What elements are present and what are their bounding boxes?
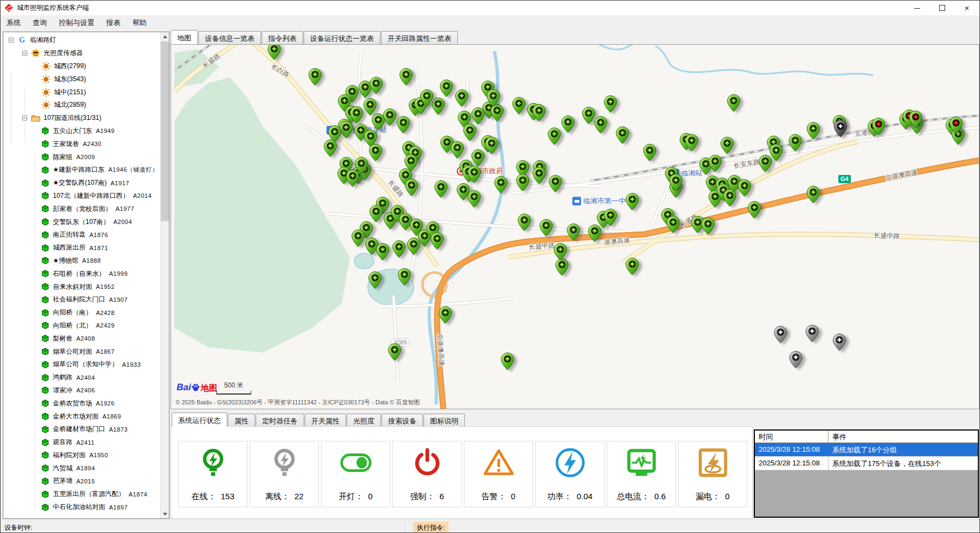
- map-marker-red[interactable]: [909, 111, 922, 128]
- map-canvas[interactable]: 长白路长盛路长盛路长盛中路港澳高速长盛中路长安东路京港线京港澳高速京港澳高速长盛…: [171, 44, 979, 409]
- map-tab-0[interactable]: 地图: [171, 30, 198, 44]
- map-marker-green[interactable]: [540, 219, 553, 237]
- bottom-tab-1[interactable]: 属性: [228, 414, 255, 427]
- map-marker-green[interactable]: [369, 144, 382, 161]
- tree-item-device-29[interactable]: 中石化加油站对面A1897: [3, 501, 160, 514]
- map-marker-green[interactable]: [439, 306, 452, 324]
- map-marker-green[interactable]: [667, 216, 680, 233]
- tree-item-device-11[interactable]: 石咀桥（自来水）A1999: [3, 267, 160, 280]
- bottom-tab-3[interactable]: 开关属性: [305, 414, 346, 427]
- menu-item-3[interactable]: 报表: [100, 16, 126, 30]
- map-marker-green[interactable]: [434, 180, 447, 198]
- tree-item-device-12[interactable]: 自来水斜对面A1952: [3, 280, 160, 293]
- tree-item-device-21[interactable]: 金桥农贸市场A1926: [3, 397, 160, 410]
- map-marker-green[interactable]: [643, 144, 656, 161]
- map-marker-green[interactable]: [451, 141, 464, 159]
- map-marker-green[interactable]: [555, 258, 568, 276]
- map-tab-4[interactable]: 开关回路属性一览表: [381, 31, 458, 44]
- map-marker-green[interactable]: [432, 98, 445, 115]
- minimize-button[interactable]: [904, 1, 929, 15]
- map-marker-green[interactable]: [594, 116, 607, 134]
- tree-item-device-14[interactable]: 向阳桥（南）A2428: [3, 306, 160, 319]
- tree-item-device-6[interactable]: 彭家巷（党校后面）A1977: [3, 202, 160, 215]
- map-marker-green[interactable]: [807, 122, 820, 140]
- map-marker-green[interactable]: [770, 144, 783, 161]
- map-marker-green[interactable]: [516, 174, 529, 191]
- map-marker-gray[interactable]: [806, 325, 819, 342]
- tree-item-device-7[interactable]: 交警队东（107南）A2004: [3, 215, 160, 228]
- tree-expander-icon[interactable]: −: [22, 51, 27, 56]
- tree-item-device-28[interactable]: 五里派出所（富源汽配）A1874: [3, 488, 160, 501]
- map-marker-green[interactable]: [455, 89, 468, 107]
- tree-item-device-25[interactable]: 福利院对面A1950: [3, 449, 160, 462]
- map-marker-green[interactable]: [554, 243, 567, 261]
- tree-item-device-23[interactable]: 金桥建材市场门口A1873: [3, 423, 160, 436]
- tree-scrollbar[interactable]: [160, 32, 169, 518]
- map-marker-green[interactable]: [626, 258, 639, 275]
- tree-item-device-9[interactable]: 城西派出所A1871: [3, 241, 160, 255]
- map-marker-green[interactable]: [487, 89, 500, 107]
- scroll-down-icon[interactable]: [161, 510, 169, 518]
- tree-item-road-group[interactable]: −107国道沿线(31/31): [3, 112, 160, 125]
- tree-item-sensor-1[interactable]: 城东(3543): [3, 72, 160, 86]
- bottom-tab-6[interactable]: 图标说明: [424, 414, 465, 427]
- tree-item-device-0[interactable]: 五尖山大门东A1949: [3, 125, 160, 138]
- map-marker-green[interactable]: [420, 89, 433, 107]
- tree-expander-icon[interactable]: −: [9, 38, 14, 43]
- tree-item-device-17[interactable]: 烟草公司对面A1867: [3, 345, 160, 358]
- map-marker-green[interactable]: [392, 240, 406, 258]
- tree-item-sensor-0[interactable]: 城西(2799): [3, 60, 160, 73]
- map-marker-green[interactable]: [721, 137, 734, 154]
- map-marker-green[interactable]: [308, 68, 322, 86]
- map-marker-green[interactable]: [727, 94, 740, 112]
- tree-item-device-4[interactable]: ★交警队西(107南)A1917: [3, 177, 160, 190]
- map-marker-green[interactable]: [407, 238, 420, 255]
- tree-item-sensor-3[interactable]: 城北(2859): [3, 99, 160, 112]
- map-marker-green[interactable]: [370, 77, 383, 94]
- tree-item-device-2[interactable]: 陈家组A2009: [3, 150, 160, 163]
- scrollbar-thumb[interactable]: [161, 41, 169, 221]
- map-marker-green[interactable]: [368, 271, 382, 289]
- map-marker-green[interactable]: [626, 193, 639, 210]
- map-marker-gray[interactable]: [789, 351, 802, 368]
- bottom-tab-2[interactable]: 定时器任务: [256, 414, 304, 427]
- map-marker-green[interactable]: [582, 107, 595, 124]
- map-marker-green[interactable]: [807, 186, 820, 203]
- event-row-1[interactable]: 2025/3/28 12:15:08系统加载了175个设备，在线153个: [755, 457, 978, 470]
- tree-item-device-10[interactable]: ★博物馆A1888: [3, 255, 160, 268]
- map-marker-green[interactable]: [685, 134, 698, 152]
- map-marker-green[interactable]: [533, 167, 546, 184]
- tree-item-device-19[interactable]: 鸿鹤路A2404: [3, 371, 160, 384]
- map-marker-green[interactable]: [268, 44, 281, 60]
- map-marker-green[interactable]: [616, 126, 629, 144]
- map-marker-green[interactable]: [340, 121, 353, 138]
- map-marker-green[interactable]: [471, 107, 485, 125]
- map-marker-red[interactable]: [949, 117, 963, 134]
- map-marker-green[interactable]: [604, 95, 617, 113]
- map-marker-green[interactable]: [376, 243, 389, 261]
- tree-item-device-20[interactable]: 谭家冲A2406: [3, 384, 160, 397]
- map-tab-1[interactable]: 设备信息一览表: [198, 31, 261, 44]
- map-marker-gray[interactable]: [833, 334, 846, 351]
- bottom-tab-0[interactable]: 系统运行状态: [172, 413, 227, 427]
- map-marker-green[interactable]: [398, 268, 411, 286]
- menu-item-4[interactable]: 帮助: [126, 16, 153, 30]
- map-marker-green[interactable]: [494, 176, 507, 193]
- map-marker-green[interactable]: [346, 169, 359, 187]
- maximize-button[interactable]: [929, 1, 954, 15]
- map-marker-green[interactable]: [324, 140, 337, 157]
- map-tab-2[interactable]: 指令列表: [262, 31, 303, 44]
- map-marker-green[interactable]: [533, 104, 546, 122]
- map-marker-green[interactable]: [561, 116, 574, 133]
- map-marker-green[interactable]: [463, 124, 476, 141]
- scroll-up-icon[interactable]: [161, 32, 169, 41]
- map-marker-green[interactable]: [383, 108, 396, 126]
- map-marker-green[interactable]: [388, 343, 401, 361]
- map-marker-green[interactable]: [789, 134, 802, 152]
- map-marker-green[interactable]: [738, 179, 751, 197]
- tree-item-device-13[interactable]: 社会福利院大门口A1907: [3, 293, 160, 306]
- tree-item-device-27[interactable]: 芭茅塘A2015: [3, 475, 160, 488]
- map-marker-green[interactable]: [400, 68, 413, 86]
- menu-item-0[interactable]: 系统: [1, 16, 27, 30]
- map-marker-green[interactable]: [501, 353, 514, 370]
